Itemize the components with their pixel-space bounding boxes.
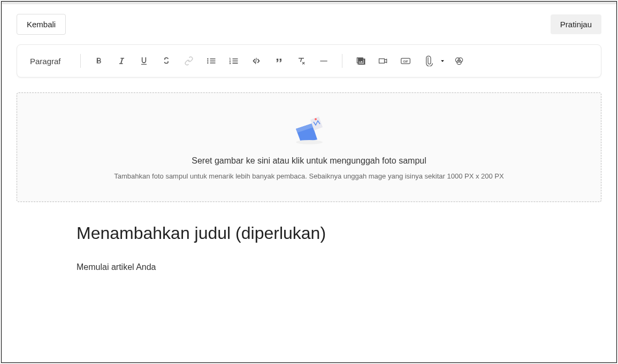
strikethrough-icon bbox=[161, 56, 172, 66]
unordered-list-button[interactable] bbox=[202, 51, 221, 71]
venn-icon bbox=[454, 56, 464, 66]
paragraph-format-dropdown[interactable]: Paragraf bbox=[30, 57, 72, 66]
upload-illustration bbox=[288, 110, 331, 146]
ordered-list-button[interactable] bbox=[224, 51, 243, 71]
bold-icon bbox=[94, 56, 104, 66]
cover-image-upload[interactable]: Seret gambar ke sini atau klik untuk men… bbox=[17, 92, 601, 202]
underline-button[interactable] bbox=[134, 51, 154, 71]
gif-button[interactable]: GIF bbox=[396, 51, 415, 71]
italic-icon bbox=[116, 56, 127, 66]
italic-button[interactable] bbox=[112, 51, 131, 71]
bold-button[interactable] bbox=[89, 51, 109, 71]
horizontal-rule-button[interactable] bbox=[314, 51, 333, 71]
toolbar-divider bbox=[342, 54, 342, 68]
video-icon bbox=[378, 56, 388, 66]
more-options-button[interactable] bbox=[449, 51, 469, 71]
back-button[interactable]: Kembali bbox=[17, 14, 66, 35]
format-label-text: Paragraf bbox=[30, 57, 61, 66]
horizontal-rule-icon bbox=[318, 56, 329, 66]
attachment-dropdown[interactable] bbox=[418, 51, 446, 71]
quote-button[interactable] bbox=[269, 51, 288, 71]
upload-subtitle: Tambahkan foto sampul untuk menarik lebi… bbox=[114, 172, 503, 180]
svg-text:GIF: GIF bbox=[403, 60, 408, 63]
ordered-list-icon bbox=[228, 56, 239, 66]
editor-toolbar: Paragraf bbox=[17, 44, 601, 78]
unordered-list-icon bbox=[206, 56, 217, 66]
clear-formatting-button[interactable] bbox=[292, 51, 311, 71]
chevron-down-icon bbox=[439, 57, 446, 65]
svg-point-8 bbox=[296, 140, 323, 144]
code-icon bbox=[251, 56, 262, 66]
gif-icon: GIF bbox=[400, 56, 411, 66]
upload-title: Seret gambar ke sini atau klik untuk men… bbox=[192, 156, 426, 166]
preview-button[interactable]: Pratinjau bbox=[551, 14, 601, 34]
attachment-button bbox=[418, 51, 438, 71]
paperclip-icon bbox=[423, 56, 433, 66]
editor-window: Kembali Pratinjau Paragraf bbox=[1, 1, 617, 363]
article-title-input[interactable] bbox=[77, 223, 541, 243]
toolbar-divider bbox=[80, 54, 81, 68]
header-bar: Kembali Pratinjau bbox=[2, 4, 616, 44]
link-icon bbox=[184, 56, 194, 66]
strikethrough-button[interactable] bbox=[157, 51, 176, 71]
image-button[interactable] bbox=[351, 51, 370, 71]
code-button[interactable] bbox=[247, 51, 266, 71]
link-button[interactable] bbox=[179, 51, 199, 71]
video-button[interactable] bbox=[373, 51, 393, 71]
quote-icon bbox=[273, 56, 284, 66]
clear-formatting-icon bbox=[296, 56, 307, 66]
underline-icon bbox=[139, 56, 149, 66]
content-area bbox=[2, 202, 616, 272]
svg-point-7 bbox=[315, 118, 317, 120]
image-icon bbox=[355, 56, 366, 66]
article-body-input[interactable] bbox=[77, 262, 541, 272]
